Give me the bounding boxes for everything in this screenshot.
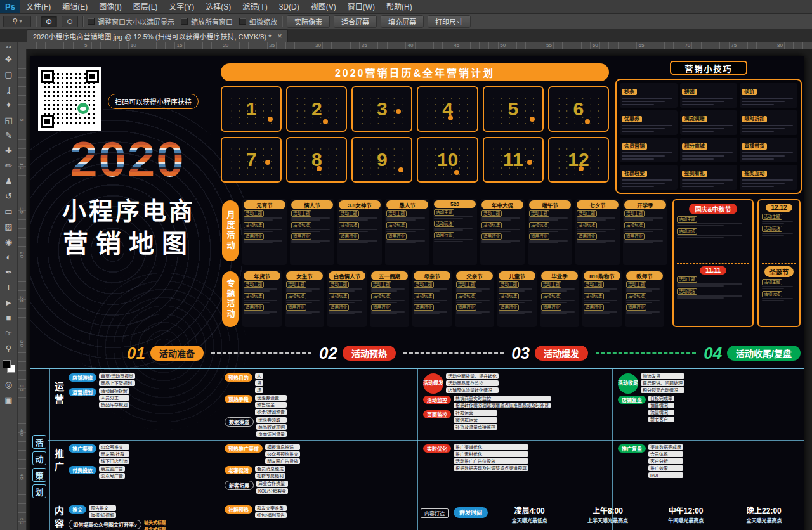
shape-tool[interactable]: ■ bbox=[3, 313, 15, 323]
options-bar: ⚲ ▾ ⊕ ⊖ 调整窗口大小以满屏显示缩放所有窗口细微缩放 实际像素适合屏幕填充… bbox=[0, 14, 812, 29]
pen-tool[interactable]: ✒ bbox=[3, 267, 15, 278]
text-skeleton bbox=[762, 286, 793, 287]
healing-brush-tool[interactable]: ✚ bbox=[3, 145, 15, 156]
card-field: 活动玩法 bbox=[584, 293, 620, 303]
qr-caption: 扫码可以获得小程序扶持 bbox=[108, 94, 199, 109]
ruler-number: 20 bbox=[19, 252, 25, 259]
menu-item[interactable]: 编辑(E) bbox=[56, 0, 93, 14]
type-tool[interactable]: T bbox=[3, 282, 15, 293]
month-number: 7 bbox=[222, 138, 280, 181]
menu-item[interactable]: 文字(Y) bbox=[163, 0, 200, 14]
field-label: 活动玩法 bbox=[626, 293, 646, 299]
month-cell: 9 bbox=[351, 137, 412, 183]
text-skeleton bbox=[286, 313, 312, 314]
history-brush-tool[interactable]: ↺ bbox=[3, 191, 15, 202]
text-skeleton bbox=[329, 300, 362, 301]
text-skeleton bbox=[386, 231, 416, 232]
text-skeleton bbox=[682, 186, 714, 187]
path-selection-tool[interactable]: ► bbox=[3, 297, 15, 308]
menu-item[interactable]: 选择(S) bbox=[200, 0, 237, 14]
text-skeleton bbox=[499, 300, 532, 301]
text-skeleton bbox=[622, 158, 654, 160]
menu-item[interactable]: 3D(D) bbox=[273, 0, 305, 14]
color-swatches[interactable] bbox=[3, 360, 15, 373]
clone-stamp-tool[interactable]: ♟ bbox=[3, 176, 15, 186]
eyedropper-tool[interactable]: ✎ bbox=[3, 130, 15, 141]
option-button[interactable]: 打印尺寸 bbox=[428, 15, 471, 28]
text-skeleton bbox=[414, 288, 447, 290]
menu-item[interactable]: 滤镜(T) bbox=[237, 0, 273, 14]
menu-item[interactable]: 视图(V) bbox=[305, 0, 342, 14]
text-skeleton bbox=[626, 290, 652, 292]
blur-tool[interactable]: ◉ bbox=[3, 236, 15, 247]
collapse-panel-icon[interactable]: ◂◂ bbox=[6, 44, 11, 49]
dodge-tool[interactable]: ◐ bbox=[3, 252, 15, 262]
marquee-tool[interactable]: ▢ bbox=[3, 69, 15, 80]
text-skeleton bbox=[622, 125, 672, 126]
option-checkbox[interactable]: 调整窗口大小以满屏显示 bbox=[88, 16, 174, 27]
ruler-number: 40 bbox=[408, 42, 414, 48]
move-tool[interactable]: ✥ bbox=[3, 54, 15, 65]
activity-card: 端午节活动主题活动玩法适用行业 bbox=[528, 199, 572, 265]
mindmap-leaves: 会员消息触达社群专属福利 bbox=[255, 466, 285, 479]
month-cell: 12 bbox=[548, 137, 609, 183]
field-label: 适用行业 bbox=[481, 233, 502, 240]
mindmap-leaf: 商品收藏加购 bbox=[256, 424, 287, 430]
menu-item[interactable]: 图层(L) bbox=[128, 0, 164, 14]
brush-tool[interactable]: ✏ bbox=[3, 160, 15, 171]
ruler-number: 60 bbox=[593, 42, 598, 48]
timeline-note: 全天曝光最低点 bbox=[493, 517, 566, 524]
phase-number: 03 bbox=[511, 344, 530, 363]
quick-mask-button[interactable]: ◎ bbox=[3, 379, 15, 390]
tool-preset-picker[interactable]: ⚲ ▾ bbox=[3, 16, 31, 27]
checkbox-label: 细微缩放 bbox=[249, 16, 277, 27]
tips-panel: 秒杀拼团砍价优惠券满减满赠限时折扣会员营销积分商城直播带货社群裂变签到有礼抽奖互… bbox=[615, 79, 802, 194]
mindmap-group: 数据渠道优惠券领取商品收藏加购页面访问流量 bbox=[225, 417, 412, 437]
option-checkbox[interactable]: 缩放所有窗口 bbox=[181, 16, 233, 27]
text-skeleton bbox=[329, 290, 355, 292]
option-button[interactable]: 填充屏幕 bbox=[381, 15, 424, 28]
gradient-tool[interactable]: ▨ bbox=[3, 221, 15, 232]
text-skeleton bbox=[682, 128, 725, 129]
plan-cell: 推广复盘渠道数据完成度会员体系客户分析推广效果ROI bbox=[615, 443, 798, 501]
zoom-out-button[interactable]: ⊖ bbox=[62, 16, 78, 27]
card-field: 适用行业 bbox=[434, 232, 476, 242]
option-button[interactable]: 适合屏幕 bbox=[334, 15, 377, 28]
hand-tool[interactable]: ☞ bbox=[3, 328, 15, 339]
zoom-tool[interactable]: ⚲ bbox=[3, 343, 15, 354]
card-field: 活动主题 bbox=[371, 281, 408, 292]
text-skeleton bbox=[329, 313, 355, 314]
plan-cell: 预热目的人货场预热手段优惠券设置预售定金秒杀/拼团预告数据渠道优惠券领取商品收藏… bbox=[222, 372, 415, 439]
card-field: 适用行业 bbox=[244, 304, 280, 314]
zoom-in-button[interactable]: ⊕ bbox=[41, 16, 57, 27]
text-skeleton bbox=[682, 125, 733, 126]
foreground-color-swatch[interactable] bbox=[3, 360, 11, 368]
timeline-time: 上午8:00 bbox=[571, 505, 644, 515]
option-button[interactable]: 实际像素 bbox=[287, 15, 330, 28]
quick-selection-tool[interactable]: ✦ bbox=[3, 100, 15, 110]
menu-item[interactable]: 窗口(W) bbox=[342, 0, 381, 14]
mindmap-leaf: 悬念式标题 bbox=[144, 527, 166, 530]
eraser-tool[interactable]: ▭ bbox=[3, 206, 15, 217]
mindmap-leaves: 模板消息推送公众号预热推文朋友圈广告投放 bbox=[265, 444, 300, 464]
screen-mode-button[interactable]: ▣ bbox=[3, 394, 15, 405]
text-skeleton bbox=[626, 300, 660, 301]
menu-item[interactable]: 图像(I) bbox=[93, 0, 127, 14]
menu-item[interactable]: 文件(F) bbox=[20, 0, 56, 14]
option-checkbox[interactable]: 细微缩放 bbox=[239, 16, 277, 27]
text-skeleton bbox=[762, 298, 793, 299]
text-skeleton bbox=[244, 311, 277, 313]
document-tab[interactable]: 2020小程序电商营销地图.jpg @ 12.5% (扫码可以获得小程序扶持, … bbox=[27, 29, 288, 42]
field-label: 活动主题 bbox=[481, 210, 502, 217]
menu-item[interactable]: 帮助(H) bbox=[381, 0, 418, 14]
field-label: 适用行业 bbox=[541, 304, 561, 311]
close-icon[interactable]: × bbox=[277, 32, 282, 41]
text-skeleton bbox=[541, 311, 575, 313]
text-skeleton bbox=[286, 311, 320, 313]
text-skeleton bbox=[742, 128, 785, 129]
lasso-tool[interactable]: ʆ bbox=[3, 84, 15, 95]
crop-tool[interactable]: ◱ bbox=[3, 115, 15, 126]
text-skeleton bbox=[529, 229, 568, 230]
document-canvas[interactable]: 扫码可以获得小程序扶持 2020 小程序电商 营销地图 2020营销日历&全年营… bbox=[30, 56, 804, 530]
text-skeleton bbox=[386, 242, 416, 243]
